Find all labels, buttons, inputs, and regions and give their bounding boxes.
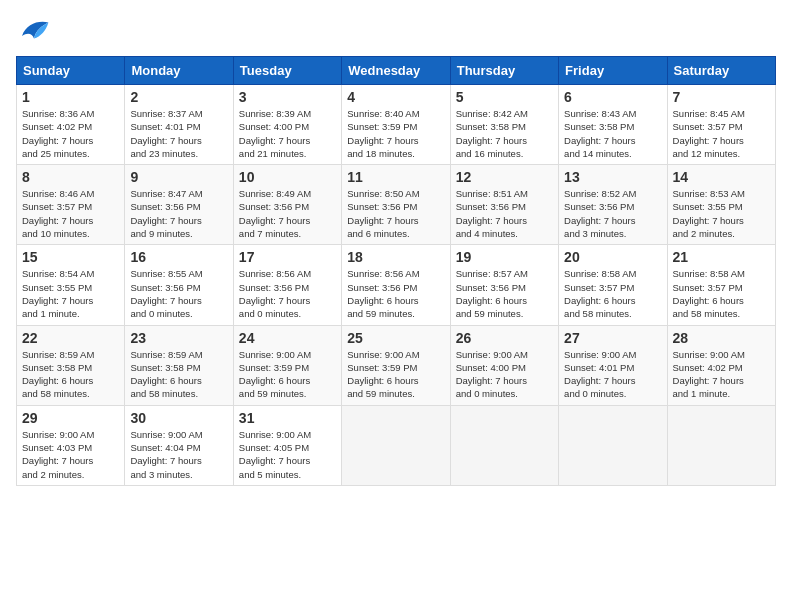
day-info: Sunrise: 9:00 AM Sunset: 4:02 PM Dayligh… [673,348,770,401]
calendar-cell: 6Sunrise: 8:43 AM Sunset: 3:58 PM Daylig… [559,85,667,165]
day-number: 19 [456,249,553,265]
day-info: Sunrise: 9:00 AM Sunset: 4:03 PM Dayligh… [22,428,119,481]
day-number: 30 [130,410,227,426]
day-number: 22 [22,330,119,346]
calendar-cell: 27Sunrise: 9:00 AM Sunset: 4:01 PM Dayli… [559,325,667,405]
weekday-header-tuesday: Tuesday [233,57,341,85]
day-info: Sunrise: 8:43 AM Sunset: 3:58 PM Dayligh… [564,107,661,160]
calendar-cell: 30Sunrise: 9:00 AM Sunset: 4:04 PM Dayli… [125,405,233,485]
day-info: Sunrise: 8:59 AM Sunset: 3:58 PM Dayligh… [22,348,119,401]
calendar-cell: 8Sunrise: 8:46 AM Sunset: 3:57 PM Daylig… [17,165,125,245]
calendar-cell: 5Sunrise: 8:42 AM Sunset: 3:58 PM Daylig… [450,85,558,165]
day-number: 2 [130,89,227,105]
calendar-cell: 18Sunrise: 8:56 AM Sunset: 3:56 PM Dayli… [342,245,450,325]
calendar-week-row: 22Sunrise: 8:59 AM Sunset: 3:58 PM Dayli… [17,325,776,405]
calendar-cell: 29Sunrise: 9:00 AM Sunset: 4:03 PM Dayli… [17,405,125,485]
day-info: Sunrise: 8:45 AM Sunset: 3:57 PM Dayligh… [673,107,770,160]
day-number: 17 [239,249,336,265]
day-number: 5 [456,89,553,105]
day-number: 28 [673,330,770,346]
day-number: 8 [22,169,119,185]
day-info: Sunrise: 8:59 AM Sunset: 3:58 PM Dayligh… [130,348,227,401]
calendar-cell: 15Sunrise: 8:54 AM Sunset: 3:55 PM Dayli… [17,245,125,325]
day-number: 6 [564,89,661,105]
weekday-header-saturday: Saturday [667,57,775,85]
weekday-header-monday: Monday [125,57,233,85]
day-number: 14 [673,169,770,185]
calendar-cell: 31Sunrise: 9:00 AM Sunset: 4:05 PM Dayli… [233,405,341,485]
day-number: 21 [673,249,770,265]
calendar-week-row: 1Sunrise: 8:36 AM Sunset: 4:02 PM Daylig… [17,85,776,165]
calendar-table: SundayMondayTuesdayWednesdayThursdayFrid… [16,56,776,486]
day-number: 1 [22,89,119,105]
calendar-cell: 13Sunrise: 8:52 AM Sunset: 3:56 PM Dayli… [559,165,667,245]
calendar-cell [667,405,775,485]
calendar-cell: 26Sunrise: 9:00 AM Sunset: 4:00 PM Dayli… [450,325,558,405]
calendar-cell: 20Sunrise: 8:58 AM Sunset: 3:57 PM Dayli… [559,245,667,325]
day-info: Sunrise: 8:55 AM Sunset: 3:56 PM Dayligh… [130,267,227,320]
day-number: 23 [130,330,227,346]
calendar-cell: 23Sunrise: 8:59 AM Sunset: 3:58 PM Dayli… [125,325,233,405]
day-number: 29 [22,410,119,426]
day-info: Sunrise: 8:56 AM Sunset: 3:56 PM Dayligh… [239,267,336,320]
day-info: Sunrise: 8:53 AM Sunset: 3:55 PM Dayligh… [673,187,770,240]
calendar-cell: 7Sunrise: 8:45 AM Sunset: 3:57 PM Daylig… [667,85,775,165]
weekday-header-sunday: Sunday [17,57,125,85]
day-info: Sunrise: 9:00 AM Sunset: 4:00 PM Dayligh… [456,348,553,401]
day-info: Sunrise: 8:52 AM Sunset: 3:56 PM Dayligh… [564,187,661,240]
weekday-header-thursday: Thursday [450,57,558,85]
day-info: Sunrise: 9:00 AM Sunset: 4:01 PM Dayligh… [564,348,661,401]
calendar-cell: 14Sunrise: 8:53 AM Sunset: 3:55 PM Dayli… [667,165,775,245]
calendar-cell: 1Sunrise: 8:36 AM Sunset: 4:02 PM Daylig… [17,85,125,165]
day-number: 7 [673,89,770,105]
logo-bird-icon [18,16,50,44]
calendar-cell: 4Sunrise: 8:40 AM Sunset: 3:59 PM Daylig… [342,85,450,165]
day-number: 12 [456,169,553,185]
calendar-cell [342,405,450,485]
calendar-cell: 10Sunrise: 8:49 AM Sunset: 3:56 PM Dayli… [233,165,341,245]
calendar-week-row: 15Sunrise: 8:54 AM Sunset: 3:55 PM Dayli… [17,245,776,325]
calendar-cell: 9Sunrise: 8:47 AM Sunset: 3:56 PM Daylig… [125,165,233,245]
day-info: Sunrise: 8:56 AM Sunset: 3:56 PM Dayligh… [347,267,444,320]
day-number: 13 [564,169,661,185]
day-number: 18 [347,249,444,265]
day-info: Sunrise: 9:00 AM Sunset: 4:05 PM Dayligh… [239,428,336,481]
calendar-cell [450,405,558,485]
day-info: Sunrise: 8:50 AM Sunset: 3:56 PM Dayligh… [347,187,444,240]
day-number: 9 [130,169,227,185]
calendar-cell: 22Sunrise: 8:59 AM Sunset: 3:58 PM Dayli… [17,325,125,405]
day-number: 15 [22,249,119,265]
day-info: Sunrise: 8:58 AM Sunset: 3:57 PM Dayligh… [564,267,661,320]
calendar-cell: 2Sunrise: 8:37 AM Sunset: 4:01 PM Daylig… [125,85,233,165]
calendar-cell: 12Sunrise: 8:51 AM Sunset: 3:56 PM Dayli… [450,165,558,245]
day-info: Sunrise: 8:42 AM Sunset: 3:58 PM Dayligh… [456,107,553,160]
day-info: Sunrise: 9:00 AM Sunset: 3:59 PM Dayligh… [347,348,444,401]
calendar-cell: 24Sunrise: 9:00 AM Sunset: 3:59 PM Dayli… [233,325,341,405]
page-header [16,16,776,44]
day-number: 16 [130,249,227,265]
day-info: Sunrise: 8:51 AM Sunset: 3:56 PM Dayligh… [456,187,553,240]
day-info: Sunrise: 8:49 AM Sunset: 3:56 PM Dayligh… [239,187,336,240]
calendar-cell: 17Sunrise: 8:56 AM Sunset: 3:56 PM Dayli… [233,245,341,325]
calendar-cell: 16Sunrise: 8:55 AM Sunset: 3:56 PM Dayli… [125,245,233,325]
weekday-header-row: SundayMondayTuesdayWednesdayThursdayFrid… [17,57,776,85]
day-info: Sunrise: 8:39 AM Sunset: 4:00 PM Dayligh… [239,107,336,160]
day-info: Sunrise: 8:58 AM Sunset: 3:57 PM Dayligh… [673,267,770,320]
day-info: Sunrise: 9:00 AM Sunset: 3:59 PM Dayligh… [239,348,336,401]
day-info: Sunrise: 8:47 AM Sunset: 3:56 PM Dayligh… [130,187,227,240]
day-number: 24 [239,330,336,346]
weekday-header-friday: Friday [559,57,667,85]
calendar-week-row: 29Sunrise: 9:00 AM Sunset: 4:03 PM Dayli… [17,405,776,485]
logo [16,16,50,44]
day-info: Sunrise: 8:40 AM Sunset: 3:59 PM Dayligh… [347,107,444,160]
day-number: 25 [347,330,444,346]
day-number: 10 [239,169,336,185]
calendar-cell: 19Sunrise: 8:57 AM Sunset: 3:56 PM Dayli… [450,245,558,325]
day-number: 3 [239,89,336,105]
day-info: Sunrise: 9:00 AM Sunset: 4:04 PM Dayligh… [130,428,227,481]
weekday-header-wednesday: Wednesday [342,57,450,85]
calendar-cell: 25Sunrise: 9:00 AM Sunset: 3:59 PM Dayli… [342,325,450,405]
calendar-cell: 3Sunrise: 8:39 AM Sunset: 4:00 PM Daylig… [233,85,341,165]
day-number: 20 [564,249,661,265]
day-info: Sunrise: 8:36 AM Sunset: 4:02 PM Dayligh… [22,107,119,160]
